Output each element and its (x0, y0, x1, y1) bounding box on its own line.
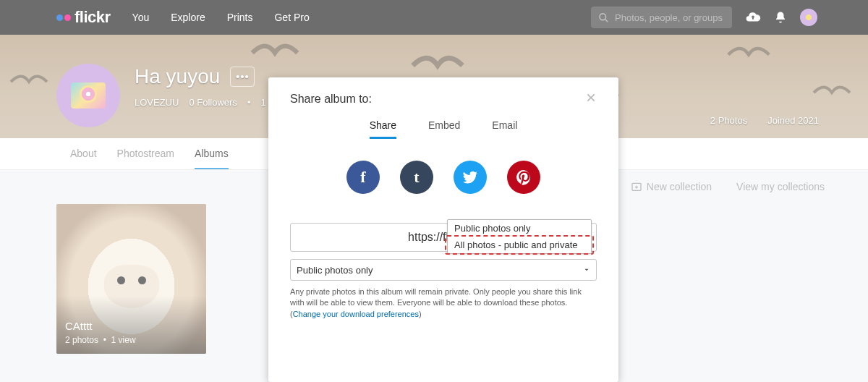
visibility-option-all[interactable]: All photos - public and private (448, 237, 591, 253)
download-prefs-link[interactable]: Change your download preferences (293, 310, 419, 318)
tab-about[interactable]: About (70, 138, 97, 169)
profile-name: Ha yuyou (135, 65, 220, 88)
logo-dots (56, 14, 71, 21)
nav-link-prints[interactable]: Prints (227, 12, 253, 23)
tumblr-icon[interactable]: t (400, 161, 433, 194)
new-collection-icon (631, 181, 642, 192)
search-input[interactable]: Photos, people, or groups (591, 7, 732, 28)
nav-link-explore[interactable]: Explore (171, 12, 205, 23)
nav-link-getpro[interactable]: Get Pro (274, 12, 309, 23)
more-button[interactable]: ••• (230, 67, 255, 87)
view-collections-link[interactable]: View my collections (736, 181, 825, 192)
visibility-selected-label: Public photos only (297, 265, 373, 276)
close-icon[interactable] (585, 92, 597, 106)
logo-dot-blue (56, 14, 63, 21)
visibility-option-public[interactable]: Public photos only (448, 220, 591, 237)
twitter-icon[interactable] (454, 161, 487, 194)
flickr-logo[interactable]: flickr (56, 8, 111, 27)
upload-icon[interactable] (745, 9, 761, 25)
svg-point-0 (600, 13, 606, 20)
profile-handle: LOVEZUU (135, 97, 179, 108)
nav-links: You Explore Prints Get Pro (132, 12, 310, 23)
album-card[interactable]: CAtttt 2 photos • 1 view (56, 204, 206, 354)
nav-link-you[interactable]: You (132, 12, 150, 23)
album-meta: 2 photos • 1 view (65, 335, 136, 345)
avatar[interactable] (800, 9, 817, 26)
new-collection-button[interactable]: New collection (631, 181, 712, 192)
share-disclaimer: Any private photos in this album will re… (290, 286, 597, 320)
search-placeholder: Photos, people, or groups (615, 12, 723, 23)
share-tab-share[interactable]: Share (370, 119, 396, 139)
search-icon (598, 12, 609, 23)
album-title: CAtttt (65, 320, 136, 332)
social-row: f t (290, 161, 597, 194)
nav-right: Photos, people, or groups (591, 7, 817, 28)
profile-joined: Joined 2021 (767, 115, 819, 126)
profile-avatar[interactable] (56, 64, 120, 127)
profile-header: Ha yuyou ••• LOVEZUU 0 Followers • 1 F (56, 64, 274, 127)
logo-text: flickr (75, 8, 111, 27)
svg-line-1 (605, 19, 608, 21)
profile-followers[interactable]: 0 Followers (189, 97, 237, 108)
share-tab-embed[interactable]: Embed (428, 119, 460, 139)
share-tab-email[interactable]: Email (492, 119, 517, 139)
chevron-down-icon (583, 266, 590, 273)
share-modal-title: Share album to: (290, 93, 372, 106)
facebook-icon[interactable]: f (346, 161, 380, 194)
visibility-dropdown: Public photos only All photos - public a… (447, 219, 592, 254)
logo-dot-pink (64, 14, 71, 21)
bell-icon[interactable] (774, 11, 787, 24)
share-modal-tabs: Share Embed Email (290, 119, 597, 139)
tab-albums[interactable]: Albums (195, 138, 229, 169)
pinterest-icon[interactable] (507, 161, 540, 194)
visibility-select[interactable]: Public photos only (290, 259, 597, 281)
tab-photostream[interactable]: Photostream (117, 138, 174, 169)
profile-photos-count: 2 Photos (710, 115, 747, 126)
top-nav: flickr You Explore Prints Get Pro Photos… (0, 0, 868, 35)
